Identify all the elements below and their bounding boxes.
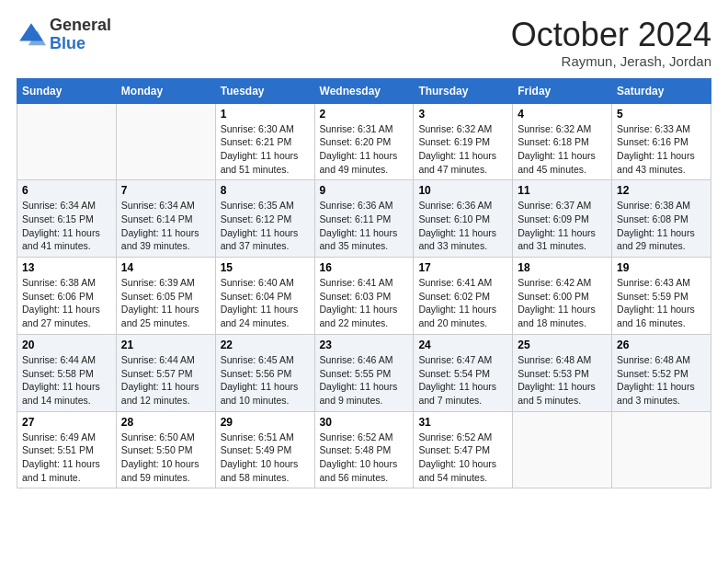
logo-general-text: General	[50, 17, 111, 35]
day-number: 12	[617, 184, 706, 197]
calendar-week-row: 20Sunrise: 6:44 AM Sunset: 5:58 PM Dayli…	[17, 334, 711, 411]
page-subtitle: Raymun, Jerash, Jordan	[511, 53, 711, 69]
calendar-cell: 10Sunrise: 6:36 AM Sunset: 6:10 PM Dayli…	[414, 180, 513, 258]
day-number: 24	[418, 339, 507, 351]
day-info: Sunrise: 6:34 AM Sunset: 6:15 PM Dayligh…	[22, 200, 100, 251]
calendar-cell: 21Sunrise: 6:44 AM Sunset: 5:57 PM Dayli…	[116, 334, 215, 411]
day-info: Sunrise: 6:41 AM Sunset: 6:02 PM Dayligh…	[418, 277, 496, 328]
day-info: Sunrise: 6:41 AM Sunset: 6:03 PM Dayligh…	[320, 277, 398, 328]
calendar-cell: 5Sunrise: 6:33 AM Sunset: 6:16 PM Daylig…	[612, 103, 711, 180]
day-info: Sunrise: 6:34 AM Sunset: 6:14 PM Dayligh…	[121, 200, 199, 251]
calendar-cell: 12Sunrise: 6:38 AM Sunset: 6:08 PM Dayli…	[612, 180, 711, 258]
calendar-cell: 24Sunrise: 6:47 AM Sunset: 5:54 PM Dayli…	[414, 334, 513, 411]
calendar-cell: 27Sunrise: 6:49 AM Sunset: 5:51 PM Dayli…	[17, 411, 117, 488]
day-number: 14	[121, 261, 210, 274]
day-number: 18	[518, 261, 607, 274]
day-info: Sunrise: 6:36 AM Sunset: 6:11 PM Dayligh…	[320, 200, 398, 251]
calendar-cell: 1Sunrise: 6:30 AM Sunset: 6:21 PM Daylig…	[215, 103, 314, 180]
day-number: 8	[221, 184, 310, 197]
day-info: Sunrise: 6:51 AM Sunset: 5:49 PM Dayligh…	[221, 431, 299, 483]
calendar-cell: 25Sunrise: 6:48 AM Sunset: 5:53 PM Dayli…	[513, 334, 612, 411]
day-number: 16	[320, 261, 409, 274]
calendar-table: SundayMondayTuesdayWednesdayThursdayFrid…	[17, 78, 711, 489]
day-number: 6	[22, 184, 111, 197]
calendar-cell: 19Sunrise: 6:43 AM Sunset: 5:59 PM Dayli…	[612, 258, 711, 335]
column-header-sunday: Sunday	[17, 78, 117, 103]
day-info: Sunrise: 6:39 AM Sunset: 6:05 PM Dayligh…	[121, 277, 199, 328]
day-info: Sunrise: 6:38 AM Sunset: 6:08 PM Dayligh…	[617, 200, 695, 251]
day-number: 13	[22, 261, 111, 274]
calendar-cell: 8Sunrise: 6:35 AM Sunset: 6:12 PM Daylig…	[215, 180, 314, 258]
day-number: 25	[518, 339, 607, 351]
calendar-cell	[116, 103, 215, 180]
calendar-cell	[513, 411, 612, 488]
calendar-body: 1Sunrise: 6:30 AM Sunset: 6:21 PM Daylig…	[17, 103, 711, 488]
calendar-cell: 20Sunrise: 6:44 AM Sunset: 5:58 PM Dayli…	[17, 334, 117, 411]
day-number: 27	[22, 416, 111, 429]
day-number: 29	[221, 416, 310, 429]
day-info: Sunrise: 6:48 AM Sunset: 5:53 PM Dayligh…	[518, 354, 596, 406]
calendar-cell: 17Sunrise: 6:41 AM Sunset: 6:02 PM Dayli…	[414, 258, 513, 335]
calendar-cell: 6Sunrise: 6:34 AM Sunset: 6:15 PM Daylig…	[17, 180, 117, 258]
day-number: 11	[518, 184, 607, 197]
day-info: Sunrise: 6:32 AM Sunset: 6:18 PM Dayligh…	[518, 123, 596, 175]
calendar-cell	[17, 103, 117, 180]
calendar-week-row: 27Sunrise: 6:49 AM Sunset: 5:51 PM Dayli…	[17, 411, 711, 488]
day-info: Sunrise: 6:49 AM Sunset: 5:51 PM Dayligh…	[22, 431, 100, 483]
calendar-cell: 4Sunrise: 6:32 AM Sunset: 6:18 PM Daylig…	[513, 103, 612, 180]
column-header-saturday: Saturday	[612, 78, 711, 103]
day-number: 20	[22, 339, 111, 351]
calendar-week-row: 6Sunrise: 6:34 AM Sunset: 6:15 PM Daylig…	[17, 180, 711, 258]
day-info: Sunrise: 6:37 AM Sunset: 6:09 PM Dayligh…	[518, 200, 596, 251]
calendar-cell: 13Sunrise: 6:38 AM Sunset: 6:06 PM Dayli…	[17, 258, 117, 335]
day-number: 21	[121, 339, 210, 351]
calendar-cell: 18Sunrise: 6:42 AM Sunset: 6:00 PM Dayli…	[513, 258, 612, 335]
day-info: Sunrise: 6:52 AM Sunset: 5:47 PM Dayligh…	[418, 431, 496, 483]
calendar-header: SundayMondayTuesdayWednesdayThursdayFrid…	[17, 78, 711, 103]
day-number: 22	[221, 339, 310, 351]
day-info: Sunrise: 6:43 AM Sunset: 5:59 PM Dayligh…	[617, 277, 695, 328]
day-number: 10	[418, 184, 507, 197]
day-info: Sunrise: 6:52 AM Sunset: 5:48 PM Dayligh…	[320, 431, 398, 483]
page-title: October 2024	[511, 17, 711, 53]
day-info: Sunrise: 6:42 AM Sunset: 6:00 PM Dayligh…	[518, 277, 596, 328]
calendar-cell: 30Sunrise: 6:52 AM Sunset: 5:48 PM Dayli…	[314, 411, 414, 488]
day-number: 2	[320, 108, 409, 121]
day-info: Sunrise: 6:45 AM Sunset: 5:56 PM Dayligh…	[221, 354, 299, 406]
day-number: 31	[418, 416, 507, 429]
day-info: Sunrise: 6:44 AM Sunset: 5:58 PM Dayligh…	[22, 354, 100, 406]
day-info: Sunrise: 6:33 AM Sunset: 6:16 PM Dayligh…	[617, 123, 695, 175]
day-number: 3	[418, 108, 507, 121]
day-info: Sunrise: 6:32 AM Sunset: 6:19 PM Dayligh…	[418, 123, 496, 175]
day-info: Sunrise: 6:44 AM Sunset: 5:57 PM Dayligh…	[121, 354, 199, 406]
day-number: 4	[518, 108, 607, 121]
calendar-cell: 29Sunrise: 6:51 AM Sunset: 5:49 PM Dayli…	[215, 411, 314, 488]
calendar-cell: 16Sunrise: 6:41 AM Sunset: 6:03 PM Dayli…	[314, 258, 414, 335]
day-info: Sunrise: 6:47 AM Sunset: 5:54 PM Dayligh…	[418, 354, 496, 406]
calendar-cell: 7Sunrise: 6:34 AM Sunset: 6:14 PM Daylig…	[116, 180, 215, 258]
day-info: Sunrise: 6:31 AM Sunset: 6:20 PM Dayligh…	[320, 123, 398, 175]
day-number: 7	[121, 184, 210, 197]
column-header-wednesday: Wednesday	[314, 78, 414, 103]
page-header: General Blue October 2024 Raymun, Jerash…	[17, 17, 711, 69]
calendar-cell: 15Sunrise: 6:40 AM Sunset: 6:04 PM Dayli…	[215, 258, 314, 335]
calendar-week-row: 1Sunrise: 6:30 AM Sunset: 6:21 PM Daylig…	[17, 103, 711, 180]
day-info: Sunrise: 6:30 AM Sunset: 6:21 PM Dayligh…	[221, 123, 299, 175]
day-info: Sunrise: 6:48 AM Sunset: 5:52 PM Dayligh…	[617, 354, 695, 406]
calendar-cell: 11Sunrise: 6:37 AM Sunset: 6:09 PM Dayli…	[513, 180, 612, 258]
day-info: Sunrise: 6:50 AM Sunset: 5:50 PM Dayligh…	[121, 431, 199, 483]
calendar-cell: 23Sunrise: 6:46 AM Sunset: 5:55 PM Dayli…	[314, 334, 414, 411]
day-info: Sunrise: 6:46 AM Sunset: 5:55 PM Dayligh…	[320, 354, 398, 406]
day-info: Sunrise: 6:38 AM Sunset: 6:06 PM Dayligh…	[22, 277, 100, 328]
calendar-cell: 3Sunrise: 6:32 AM Sunset: 6:19 PM Daylig…	[414, 103, 513, 180]
calendar-cell: 31Sunrise: 6:52 AM Sunset: 5:47 PM Dayli…	[414, 411, 513, 488]
day-number: 5	[617, 108, 706, 121]
day-number: 15	[221, 261, 310, 274]
calendar-week-row: 13Sunrise: 6:38 AM Sunset: 6:06 PM Dayli…	[17, 258, 711, 335]
day-info: Sunrise: 6:35 AM Sunset: 6:12 PM Dayligh…	[221, 200, 299, 251]
logo-icon	[17, 20, 46, 50]
day-info: Sunrise: 6:40 AM Sunset: 6:04 PM Dayligh…	[221, 277, 299, 328]
day-number: 19	[617, 261, 706, 274]
column-header-tuesday: Tuesday	[215, 78, 314, 103]
day-number: 23	[320, 339, 409, 351]
